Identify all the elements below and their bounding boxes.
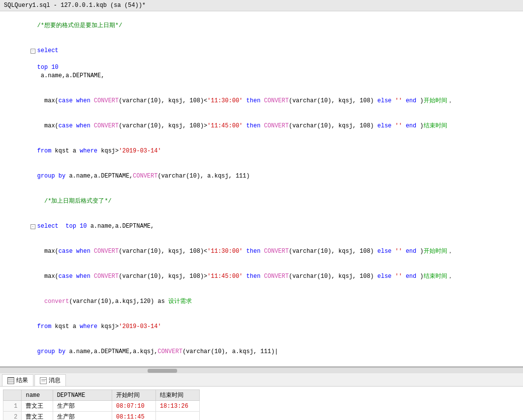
table1-col-rownum <box>3 390 22 401</box>
table-cell: 生产部 <box>53 401 112 412</box>
table-cell: 08:11:45 <box>112 412 156 420</box>
result-grid-1: name DEPTNAME 开始时间 结束时间 1曹文王生产部08:07:101… <box>3 390 200 420</box>
table1-col-endtime: 结束时间 <box>156 390 200 401</box>
table-row: 1曹文王生产部08:07:1018:13:26 <box>3 401 200 412</box>
result-grid-1-container: name DEPTNAME 开始时间 结束时间 1曹文王生产部08:07:101… <box>0 387 523 420</box>
tab-results[interactable]: 结果 <box>2 374 33 386</box>
code-line-13: group by a.name,a.DEPTNAME,a.kqsj,CONVER… <box>0 339 523 364</box>
tab-results-label: 结果 <box>16 376 28 385</box>
comment-1: /*想要的格式但是要加上日期*/ <box>37 22 123 29</box>
window-title: SQLQuery1.sql - 127.0.0.1.kqb (sa (54))* <box>4 2 146 9</box>
table1-col-deptname: DEPTNAME <box>53 390 112 401</box>
main-window: SQLQuery1.sql - 127.0.0.1.kqb (sa (54))*… <box>0 0 523 420</box>
row-number: 1 <box>3 401 22 412</box>
row-number: 2 <box>3 412 22 420</box>
code-line-4: max(case when CONVERT(varchar(10), kqsj,… <box>0 114 523 139</box>
title-bar: SQLQuery1.sql - 127.0.0.1.kqb (sa (54))* <box>0 0 523 11</box>
tabs-bar: 结果 消息 <box>0 373 523 387</box>
results-panel: 结果 消息 name DEPTNAME 开始时间 结束 <box>0 373 523 420</box>
tab-messages[interactable]: 消息 <box>34 374 66 386</box>
table-cell: 生产部 <box>53 412 112 420</box>
results-grid-icon <box>7 377 14 384</box>
code-line-12: from kqst a where kqsj>'2019-03-14' <box>0 314 523 339</box>
table-cell <box>156 412 200 420</box>
table-cell: 曹文王 <box>22 401 53 412</box>
tab-messages-label: 消息 <box>49 376 61 385</box>
code-line-8: - select top 10 a.name,a.DEPTNAME, <box>0 214 523 239</box>
code-line-11: convert(varchar(10),a.kqsj,120) as 设计需求 <box>0 289 523 314</box>
table1-header-row: name DEPTNAME 开始时间 结束时间 <box>3 390 200 401</box>
table1-col-starttime: 开始时间 <box>112 390 156 401</box>
table-cell: 18:13:26 <box>156 401 200 412</box>
horizontal-scrollbar[interactable] <box>0 367 523 373</box>
editor-area[interactable]: /*想要的格式但是要加上日期*/ - select top 10 a.name,… <box>0 11 523 367</box>
table1-col-name: name <box>22 390 53 401</box>
code-line-1: /*想要的格式但是要加上日期*/ <box>0 13 523 38</box>
code-line-6: group by a.name,a.DEPTNAME,CONVERT(varch… <box>0 164 523 189</box>
code-line-2: - select top 10 a.name,a.DEPTNAME, <box>0 38 523 89</box>
code-line-3: max(case when CONVERT(varchar(10), kqsj,… <box>0 89 523 114</box>
messages-icon <box>40 377 47 384</box>
code-line-9: max(case when CONVERT(varchar(10), kqsj,… <box>0 239 523 264</box>
table-cell: 08:07:10 <box>112 401 156 412</box>
scrollbar-thumb[interactable] <box>148 369 177 373</box>
table-row: 2曹文王生产部08:11:45 <box>3 412 200 420</box>
table-cell: 曹文王 <box>22 412 53 420</box>
code-line-10: max(case when CONVERT(varchar(10), kqsj,… <box>0 264 523 289</box>
code-line-5: from kqst a where kqsj>'2019-03-14' <box>0 139 523 164</box>
comment-2: /*加上日期后格式变了*/ <box>37 198 112 205</box>
code-line-7: /*加上日期后格式变了*/ <box>0 189 523 214</box>
